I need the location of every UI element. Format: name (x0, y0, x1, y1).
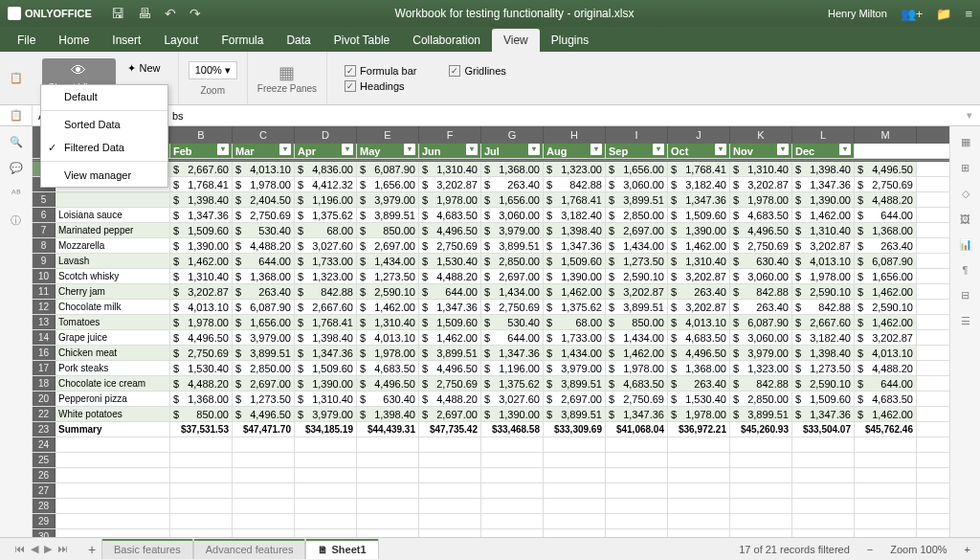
col-header[interactable]: L (792, 126, 855, 144)
cell[interactable]: $3,202.87 (668, 300, 730, 314)
cell[interactable]: $1,978.00 (606, 361, 668, 375)
cell[interactable] (730, 453, 792, 467)
cell[interactable] (481, 499, 544, 513)
formula-bar-checkbox[interactable]: ✓Formula bar (345, 65, 416, 77)
cell[interactable] (56, 514, 170, 528)
row-number[interactable]: 8 (33, 238, 56, 253)
row-number[interactable]: 7 (33, 223, 56, 237)
cell[interactable]: $1,390.00 (544, 269, 606, 283)
cell[interactable]: $4,496.50 (357, 376, 419, 391)
cell[interactable]: $1,462.00 (855, 315, 917, 329)
cell[interactable]: $3,899.51 (481, 238, 544, 253)
cell[interactable]: $1,398.40 (544, 223, 606, 237)
cell[interactable]: Loisiana sauce (56, 208, 170, 222)
cell[interactable]: $3,899.51 (544, 376, 606, 391)
cell[interactable]: $1,978.00 (730, 192, 792, 207)
col-header[interactable]: M (855, 126, 917, 144)
cell[interactable]: $1,310.40 (668, 254, 730, 268)
cell[interactable]: $263.40 (481, 177, 544, 191)
cell[interactable]: $37,531.53 (170, 422, 233, 437)
cell[interactable]: $1,323.00 (295, 269, 357, 283)
cell[interactable]: $2,850.00 (233, 361, 295, 375)
row-number[interactable]: 23 (33, 422, 56, 437)
cell[interactable]: Chocolate milk (56, 300, 170, 314)
cell[interactable]: $1,656.00 (855, 269, 917, 283)
grid-row[interactable]: 20Pepperoni pizza$1,368.00$1,273.50$1,31… (33, 392, 949, 407)
grid-row[interactable]: 6Loisiana sauce$1,347.36$2,750.69$1,375.… (33, 208, 949, 223)
cell[interactable]: $3,899.51 (544, 407, 606, 421)
headings-checkbox[interactable]: ✓Headings (345, 80, 404, 92)
cell[interactable] (295, 529, 357, 537)
cell[interactable]: $3,979.00 (544, 361, 606, 375)
menu-view[interactable]: View (492, 29, 540, 52)
cell[interactable] (544, 514, 606, 528)
cell[interactable]: Jun▾ (419, 144, 481, 158)
cell[interactable]: $1,733.00 (295, 254, 357, 268)
slicer-settings-icon[interactable]: ☰ (961, 315, 970, 327)
cell[interactable]: $2,850.00 (606, 208, 668, 222)
cell[interactable]: $2,750.69 (233, 208, 295, 222)
col-header[interactable]: J (668, 126, 730, 144)
cell[interactable] (855, 483, 917, 498)
cell[interactable] (792, 437, 855, 452)
col-header[interactable]: C (233, 126, 295, 144)
cell[interactable]: $2,590.10 (855, 300, 917, 314)
cell[interactable]: $842.88 (792, 300, 855, 314)
next-sheet-icon[interactable]: ▶ (44, 543, 52, 555)
cell[interactable]: $45,260.93 (730, 422, 792, 437)
row-number[interactable]: 5 (33, 192, 56, 207)
cell[interactable]: $4,496.50 (233, 407, 295, 421)
paste-icon[interactable]: 📋 (10, 109, 23, 122)
cell[interactable]: Summary (56, 422, 170, 437)
cell[interactable]: $2,697.00 (481, 269, 544, 283)
cell[interactable] (357, 529, 419, 537)
cell[interactable]: $2,590.10 (792, 284, 855, 299)
grid-row[interactable]: 24 (33, 437, 949, 453)
cell[interactable]: $2,697.00 (419, 407, 481, 421)
cell[interactable]: $2,750.69 (419, 238, 481, 253)
cell[interactable] (544, 437, 606, 452)
cell[interactable]: $2,697.00 (233, 376, 295, 391)
cell[interactable]: $1,462.00 (544, 284, 606, 299)
col-header[interactable]: I (606, 126, 668, 144)
cell[interactable]: $4,683.50 (730, 208, 792, 222)
cell[interactable]: $263.40 (855, 238, 917, 253)
cell[interactable]: $6,087.90 (233, 300, 295, 314)
cell[interactable]: Pepperoni pizza (56, 392, 170, 406)
grid-row[interactable]: 13Tomatoes$1,978.00$1,656.00$1,768.41$1,… (33, 315, 949, 330)
cell[interactable]: $1,368.00 (233, 269, 295, 283)
cell[interactable]: $1,273.50 (233, 392, 295, 406)
cell[interactable]: $1,509.60 (295, 361, 357, 375)
cell[interactable]: $1,462.00 (792, 208, 855, 222)
cell[interactable]: $4,836.00 (295, 162, 357, 176)
cell[interactable] (855, 529, 917, 537)
cell[interactable]: $263.40 (233, 284, 295, 299)
save-icon[interactable]: 🖫 (111, 6, 124, 21)
cell[interactable] (481, 453, 544, 467)
menu-data[interactable]: Data (275, 29, 322, 52)
cell[interactable]: $2,750.69 (481, 300, 544, 314)
cell[interactable] (792, 453, 855, 467)
cell[interactable] (295, 468, 357, 482)
cell[interactable]: $1,462.00 (606, 346, 668, 360)
cell[interactable] (606, 468, 668, 482)
filter-icon[interactable]: ▾ (528, 144, 540, 155)
filter-icon[interactable]: ▾ (342, 144, 353, 155)
filter-icon[interactable]: ▾ (466, 144, 478, 155)
col-header[interactable]: G (481, 126, 544, 144)
cell[interactable]: $3,202.87 (730, 177, 792, 191)
row-number[interactable]: 18 (33, 376, 56, 391)
row-number[interactable]: 14 (33, 330, 56, 345)
cell[interactable]: $1,310.40 (419, 162, 481, 176)
cell[interactable] (295, 437, 357, 452)
row-number[interactable]: 9 (33, 254, 56, 268)
row-number[interactable]: 22 (33, 407, 56, 421)
cell[interactable] (544, 468, 606, 482)
cell[interactable]: $1,733.00 (544, 330, 606, 345)
cell[interactable]: $2,404.50 (233, 192, 295, 207)
cell[interactable]: $2,697.00 (606, 223, 668, 237)
cell[interactable] (233, 529, 295, 537)
cell[interactable]: $2,590.10 (357, 284, 419, 299)
cell[interactable]: $1,368.00 (668, 361, 730, 375)
view-filtered[interactable]: Filtered Data (41, 136, 167, 159)
